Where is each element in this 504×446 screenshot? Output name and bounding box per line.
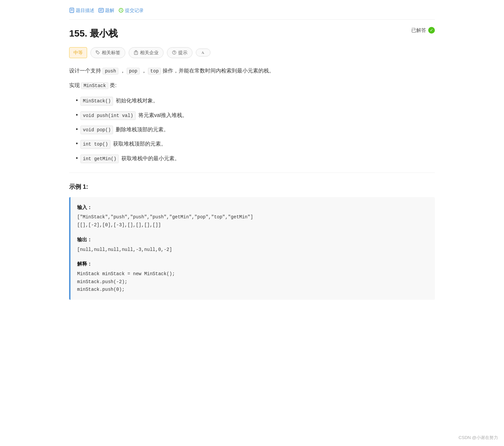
problem-number: 155. [69, 28, 87, 39]
tag-font[interactable]: A a [196, 49, 210, 56]
code-push: push [102, 68, 118, 74]
method-list: MinStack() 初始化堆栈对象。 void push(int val) 将… [76, 96, 435, 163]
desc1-text: 设计一个支持 [69, 68, 102, 73]
bookmark-icon [69, 8, 74, 13]
method-desc-2: 将元素val推入堆栈。 [138, 111, 188, 120]
solved-check-icon: ✓ [428, 27, 435, 34]
problem-desc-1: 设计一个支持 push ， pop ， top 操作，并能在常数时间内检索到最小… [69, 66, 435, 76]
page-container: 题目描述 题解 提交记录 155. 最小栈 已解答 ✓ [59, 0, 445, 313]
solved-label: 已解答 [411, 26, 426, 34]
building-icon [134, 50, 138, 55]
nav-item-desc[interactable]: 题目描述 [69, 7, 94, 14]
desc1-comma2: ， [141, 68, 147, 73]
solved-badge: 已解答 ✓ [411, 26, 435, 34]
nav-label-solutions: 题解 [105, 7, 114, 14]
method-code-1: MinStack() [80, 97, 113, 105]
problem-header: 155. 最小栈 已解答 ✓ [69, 26, 435, 41]
method-desc-4: 获取堆栈顶部的元素。 [113, 140, 166, 148]
code-top: top [148, 68, 161, 74]
desc2-prefix: 实现 [69, 82, 81, 88]
svg-point-7 [97, 52, 97, 52]
method-desc-1: 初始化堆栈对象。 [116, 96, 158, 105]
top-nav: 题目描述 题解 提交记录 [69, 7, 435, 20]
code-minstack-class: MinStack [81, 82, 108, 89]
hint-icon [172, 50, 177, 55]
nav-label-submissions: 提交记录 [125, 7, 144, 14]
explain-line-1: MinStack minStack = new MinStack(); [77, 270, 428, 278]
list-item: void pop() 删除堆栈顶部的元素。 [76, 125, 435, 134]
input-line-2: [[],[-2],[0],[-3],[],[],[],[]] [77, 221, 428, 229]
desc1-end: 操作，并能在常数时间内检索到最小元素的栈。 [163, 68, 274, 73]
problem-title: 155. 最小栈 [69, 26, 118, 41]
difficulty-tag: 中等 [69, 47, 87, 58]
section-divider [69, 172, 435, 173]
tag-related-companies[interactable]: 相关企业 [129, 47, 164, 58]
tag-label-3: 提示 [178, 49, 188, 56]
example-title: 示例 1: [69, 182, 435, 192]
list-item: int getMin() 获取堆栈中的最小元素。 [76, 154, 435, 163]
list-item: MinStack() 初始化堆栈对象。 [76, 96, 435, 105]
svg-text:a: a [203, 52, 204, 55]
method-desc-5: 获取堆栈中的最小元素。 [121, 154, 180, 163]
method-code-5: int getMin() [80, 155, 119, 163]
method-code-2: void push(int val) [80, 111, 135, 120]
method-desc-3: 删除堆栈顶部的元素。 [116, 125, 169, 134]
list-item: void push(int val) 将元素val推入堆栈。 [76, 110, 435, 120]
problem-desc-2: 实现 MinStack 类: [69, 81, 435, 90]
output-line-1: [null,null,null,null,-3,null,0,-2] [77, 246, 428, 254]
output-label: 输出： [77, 235, 428, 244]
code-pop: pop [127, 68, 140, 74]
font-icon: A a [201, 50, 205, 55]
tag-related-labels[interactable]: 相关标签 [90, 47, 125, 58]
list-item: int top() 获取堆栈顶部的元素。 [76, 139, 435, 149]
nav-item-solutions[interactable]: 题解 [98, 7, 114, 14]
svg-rect-3 [99, 8, 103, 12]
example-code-block: 输入： ["MinStack","push","push","push","ge… [69, 197, 435, 300]
example-section: 示例 1: 输入： ["MinStack","push","push","pus… [69, 182, 435, 300]
desc2-suffix: 类: [110, 82, 116, 88]
explain-line-3: minStack.push(0); [77, 286, 428, 294]
nav-label-desc: 题目描述 [76, 7, 94, 14]
svg-point-13 [174, 54, 175, 54]
explain-line-2: minStack.push(-2); [77, 278, 428, 286]
nav-item-submissions[interactable]: 提交记录 [118, 7, 144, 14]
method-code-3: void pop() [80, 126, 113, 134]
explain-label: 解释： [77, 260, 428, 268]
problem-name: 最小栈 [90, 28, 118, 39]
tag-label-2: 相关企业 [140, 49, 159, 56]
tags-row: 中等 相关标签 相关企业 提示 [69, 47, 435, 58]
tag-hint[interactable]: 提示 [167, 47, 192, 58]
list-icon [98, 8, 104, 13]
tag-icon [95, 50, 100, 55]
input-line-1: ["MinStack","push","push","push","getMin… [77, 213, 428, 221]
tag-label-1: 相关标签 [102, 49, 120, 56]
input-label: 输入： [77, 203, 428, 212]
method-code-4: int top() [80, 140, 110, 149]
clock-icon [118, 8, 124, 13]
desc1-comma1: ， [120, 68, 125, 73]
